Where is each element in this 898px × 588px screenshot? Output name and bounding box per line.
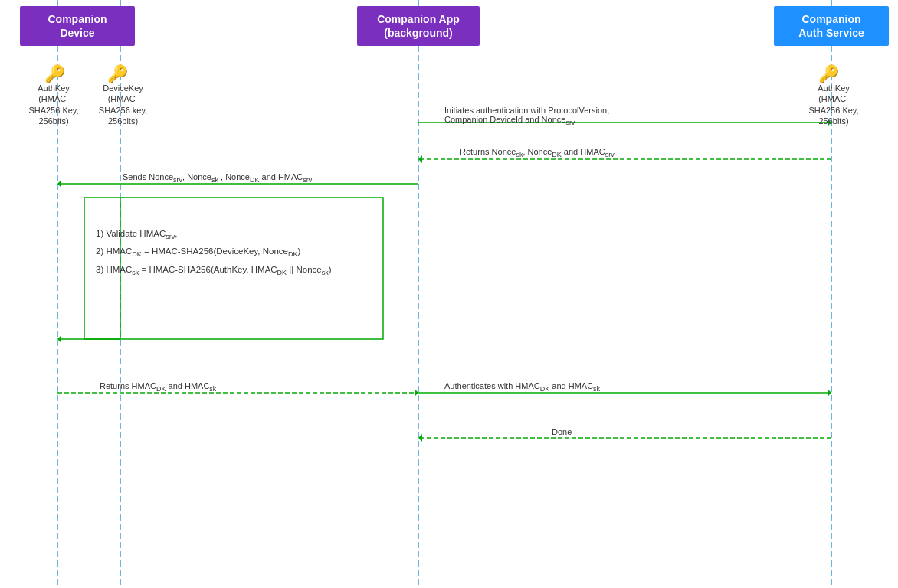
msg6-label: Authenticates with HMACDK and HMACsk [444, 381, 600, 393]
devicekey-label: DeviceKey(HMAC-SHA256 key,256bits) [90, 83, 156, 126]
authkey-right-icon: 🔑 [818, 64, 839, 84]
msg3-label: Sends Noncesrv, Noncesk , NonceDK and HM… [123, 172, 312, 184]
authkey-left-label: AuthKey(HMAC-SHA256 Key,256bits) [23, 83, 84, 126]
msg7-label: Done [552, 427, 572, 436]
svg-marker-7 [418, 155, 422, 163]
svg-marker-13 [57, 335, 61, 343]
svg-marker-19 [418, 434, 422, 442]
authkey-left-icon: 🔑 [44, 64, 65, 84]
devicekey-icon: 🔑 [107, 64, 128, 84]
msg2-label: Returns Noncesk, NonceDK and HMACsrv [460, 147, 615, 158]
msg1-label: Initiates authentication with ProtocolVe… [444, 106, 609, 126]
svg-marker-9 [57, 180, 61, 188]
sequence-diagram: CompanionDevice Companion App(background… [0, 0, 898, 588]
msg5-label: Returns HMACDK and HMACsk [100, 381, 216, 393]
actor-companion-auth: CompanionAuth Service [774, 6, 889, 46]
actor-companion-device: CompanionDevice [20, 6, 135, 46]
computation-content: 1) Validate HMACsrv, 2) HMACDK = HMAC-SH… [96, 226, 379, 279]
authkey-right-label: AuthKey(HMAC-SHA256 Key,256bits) [803, 83, 864, 126]
actor-companion-app: Companion App(background) [357, 6, 480, 46]
svg-marker-15 [415, 389, 418, 397]
svg-marker-17 [828, 389, 831, 397]
